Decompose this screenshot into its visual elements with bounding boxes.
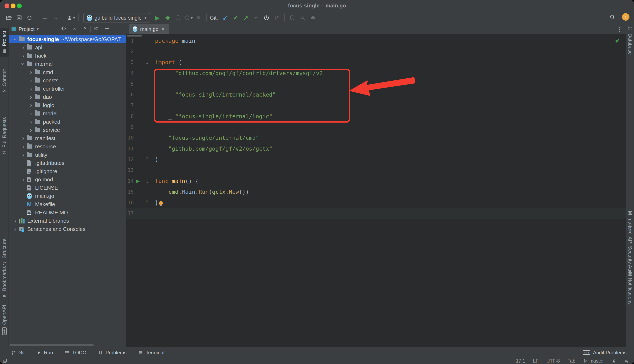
toolwindow-button-audit-problems[interactable]: /APIAudit Problems [582,350,626,356]
lightbulb-icon[interactable] [159,201,163,205]
git-push-button[interactable]: ↗ [241,13,251,23]
tree-item-model[interactable]: ›model [9,109,126,118]
code-line-13[interactable]: 13 [126,165,626,176]
chevron-icon[interactable]: › [20,60,26,68]
collapse-all-icon[interactable] [82,26,88,32]
toolwindow-tab-bookmarks[interactable]: Bookmarks [0,263,9,301]
tree-item-main-go[interactable]: main.go [9,192,126,200]
chevron-icon[interactable]: › [12,218,19,224]
chevron-icon[interactable]: › [27,69,35,75]
toolwindow-button-problems[interactable]: Problems [98,350,126,356]
tree-item--gitignore[interactable]: .gitignore [9,167,126,176]
fold-marker-icon[interactable]: ⌃ [142,199,152,206]
run-with-coverage-button[interactable] [173,13,183,23]
tree-item-go-mod[interactable]: ›go.mod [9,176,126,184]
toolwindow-tab-project[interactable]: Project [0,28,9,57]
tree-item-manifest[interactable]: ›manifest [9,134,126,142]
locate-file-icon[interactable] [61,26,66,32]
tree-item-focus-single[interactable]: ›focus-single~/Workspace/Go/GOPAT [9,35,126,43]
code-line-3[interactable]: 3⌄import ( [126,57,626,68]
line-ending[interactable]: LF [533,358,539,364]
back-icon[interactable]: ← [40,13,50,23]
expand-all-icon[interactable] [72,26,77,32]
code-line-15[interactable]: 15 cmd.Main.Run(gctx.New()) [126,186,626,197]
toolwindow-tab-notifications[interactable]: Notifications [625,268,634,308]
cloud-help-icon[interactable]: ? [624,359,629,364]
horizontal-scrollbar[interactable] [10,344,94,346]
tree-item-makefile[interactable]: MMakefile [9,200,126,208]
run-configuration-select[interactable]: go build focus-single ▾ [83,13,150,22]
toolwindow-tab-pull-requests[interactable]: Pull Requests [0,114,9,158]
profiler-button[interactable]: ▾ [183,13,194,23]
tree-item-packed[interactable]: ›packed [9,118,126,126]
tree-item-dao[interactable]: ›dao [9,93,126,101]
settings-gear-icon[interactable] [94,26,99,32]
sync-icon[interactable] [24,13,35,23]
run-main-gutter-icon[interactable]: ▶ [134,178,142,184]
toolwindow-switcher-icon[interactable] [2,358,8,364]
tree-item-external-libraries[interactable]: ›External Libraries [9,217,126,225]
chevron-icon[interactable]: › [20,176,27,182]
chevron-icon[interactable]: › [27,94,35,100]
indent-mode[interactable]: Tab [568,358,576,364]
forward-icon[interactable]: → [50,13,60,23]
toolwindow-tab-database[interactable]: Database [625,23,634,58]
inspections-ok-icon[interactable]: ✔ [615,37,620,44]
tree-item-service[interactable]: ›service [9,126,126,134]
tree-item-controller[interactable]: ›controller [9,84,126,93]
toolwindow-button-git[interactable]: Git [11,350,25,356]
toolwindow-button-todo[interactable]: TODO [64,350,86,356]
chevron-icon[interactable]: › [27,78,35,84]
tree-item-hack[interactable]: ›hack [9,52,126,60]
chevron-icon[interactable]: › [27,110,35,116]
unlock-icon[interactable] [612,359,616,364]
stop-button[interactable] [194,13,204,23]
chevron-icon[interactable]: › [27,86,35,92]
code-line-12[interactable]: 12⌃) [126,154,626,165]
editor-content[interactable]: 1package main23⌄import (4 _ "github.com/… [126,34,626,347]
git-branch-widget[interactable]: master [583,358,604,364]
code-line-1[interactable]: 1package main [126,35,626,46]
search-icon[interactable] [607,12,618,22]
tree-item-scratches-and-consoles[interactable]: ›Scratches and Consoles [9,225,126,233]
tree-item--gitattributes[interactable]: .gitattributes [9,159,126,167]
code-line-9[interactable]: 9 [126,122,626,132]
profile-icon[interactable]: ▾ [66,13,76,23]
chevron-down-icon[interactable]: ▾ [37,26,39,32]
git-merge-icon[interactable] [251,13,261,23]
cloud-icon[interactable] [308,13,318,23]
toolwindow-tab-commit[interactable]: Commit [0,66,9,97]
project-panel-title[interactable]: Project [18,26,35,32]
more-options-kebab-icon[interactable]: ⋮ [616,26,622,33]
toolwindow-button-terminal[interactable]: Terminal [138,350,164,356]
chevron-icon[interactable]: › [27,102,35,108]
code-line-11[interactable]: 11 "github.com/gogf/gf/v2/os/gctx" [126,143,626,154]
tab-main-go[interactable]: main.go ✕ [129,24,169,34]
tree-item-readme-md[interactable]: README.MD [9,208,126,217]
chevron-icon[interactable]: › [20,152,27,158]
open-icon[interactable] [4,13,14,23]
chevron-icon[interactable]: › [27,119,35,125]
code-line-17[interactable]: 17 [126,208,626,219]
git-rollback-icon[interactable]: ↺ [272,13,282,23]
toolwindow-button-run[interactable]: Run [36,350,53,356]
git-commit-button[interactable]: ✔ [230,13,241,23]
code-line-14[interactable]: 14▶⌄func main() { [126,176,626,186]
git-history-icon[interactable] [261,13,272,23]
chevron-icon[interactable]: › [12,36,18,43]
search-history-icon[interactable] [298,13,308,23]
chevron-icon[interactable]: › [20,52,27,59]
debug-button[interactable] [163,13,173,23]
file-encoding[interactable]: UTF-8 [546,358,560,364]
tree-item-license[interactable]: LICENSE [9,184,126,192]
tree-item-utility[interactable]: ›utility [9,151,126,159]
caret-position[interactable]: 17:1 [516,358,525,364]
chevron-icon[interactable]: › [20,44,27,50]
code-line-2[interactable]: 2 [126,46,626,57]
chevron-icon[interactable]: › [27,127,35,133]
update-available-icon[interactable]: ↑ [622,13,630,21]
code-line-10[interactable]: 10 "focus-single/internal/cmd" [126,132,626,143]
tree-item-internal[interactable]: ›internal [9,60,126,68]
fold-marker-icon[interactable]: ⌄ [142,178,152,184]
shelf-icon[interactable] [287,13,298,23]
